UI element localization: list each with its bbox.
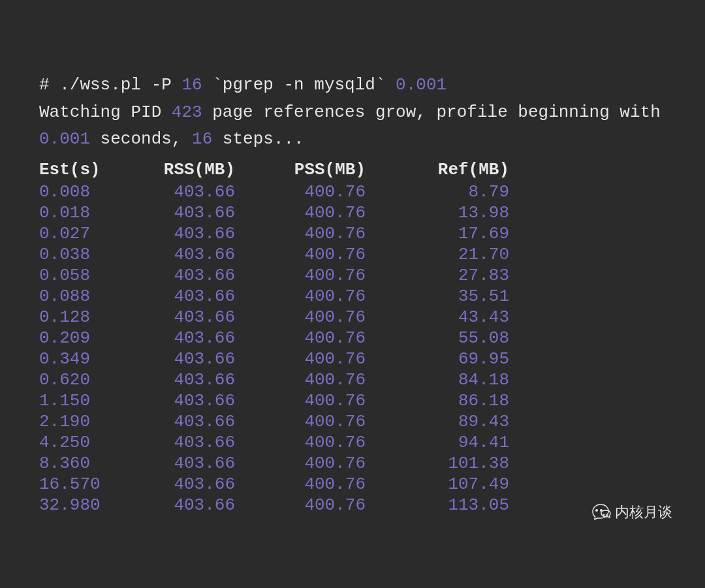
table-header: Est(s) RSS(MB) PSS(MB) Ref(MB) bbox=[39, 160, 666, 179]
cell-est: 0.018 bbox=[39, 203, 144, 223]
cell-rss: 403.66 bbox=[144, 433, 274, 452]
command-line: # ./wss.pl -P 16 `pgrep -n mysqld` 0.001 bbox=[39, 72, 666, 99]
cell-est: 0.209 bbox=[39, 328, 144, 348]
cell-ref: 113.05 bbox=[405, 495, 509, 515]
cell-rss: 403.66 bbox=[144, 224, 274, 243]
table-row: 2.190 403.66 400.76 89.43 bbox=[39, 412, 666, 431]
cell-ref: 35.51 bbox=[405, 286, 509, 306]
table-row: 8.360 403.66 400.76 101.38 bbox=[39, 454, 666, 473]
cell-rss: 403.66 bbox=[144, 349, 274, 369]
table-row: 0.018 403.66 400.76 13.98 bbox=[39, 203, 666, 223]
cell-pss: 400.76 bbox=[274, 433, 405, 452]
watching-pid: 423 bbox=[172, 102, 202, 122]
cell-pss: 400.76 bbox=[274, 474, 405, 494]
cmd-prefix: # ./wss.pl -P bbox=[39, 75, 181, 95]
cell-pss: 400.76 bbox=[274, 245, 405, 264]
cell-ref: 89.43 bbox=[405, 412, 509, 431]
cell-ref: 17.69 bbox=[405, 224, 509, 243]
table-row: 0.058 403.66 400.76 27.83 bbox=[39, 266, 666, 285]
cell-rss: 403.66 bbox=[144, 328, 274, 348]
cell-rss: 403.66 bbox=[144, 286, 274, 306]
table-row: 0.620 403.66 400.76 84.18 bbox=[39, 370, 666, 390]
table-row: 16.570 403.66 400.76 107.49 bbox=[39, 474, 666, 494]
cmd-interval: 0.001 bbox=[396, 75, 446, 95]
cell-est: 0.027 bbox=[39, 224, 144, 243]
cell-rss: 403.66 bbox=[144, 412, 274, 431]
cell-pss: 400.76 bbox=[274, 495, 405, 515]
cell-rss: 403.66 bbox=[144, 266, 274, 285]
svg-point-3 bbox=[606, 514, 608, 516]
table-row: 0.128 403.66 400.76 43.43 bbox=[39, 307, 666, 327]
cell-ref: 8.79 bbox=[405, 182, 509, 202]
param-interval: 0.001 bbox=[39, 129, 90, 149]
cmd-middle: `pgrep -n mysqld` bbox=[202, 75, 396, 95]
cell-pss: 400.76 bbox=[274, 203, 405, 223]
cell-rss: 403.66 bbox=[144, 370, 274, 390]
params-line: 0.001 seconds, 16 steps... bbox=[39, 126, 666, 153]
cell-rss: 403.66 bbox=[144, 474, 274, 494]
table-row: 0.027 403.66 400.76 17.69 bbox=[39, 224, 666, 243]
cell-pss: 400.76 bbox=[274, 412, 405, 431]
cell-pss: 400.76 bbox=[274, 328, 405, 348]
cell-ref: 43.43 bbox=[405, 307, 509, 327]
cell-rss: 403.66 bbox=[144, 203, 274, 223]
cell-ref: 86.18 bbox=[405, 391, 509, 410]
cell-est: 2.190 bbox=[39, 412, 144, 431]
cell-est: 32.980 bbox=[39, 495, 144, 515]
cell-ref: 21.70 bbox=[405, 245, 509, 264]
table-row: 4.250 403.66 400.76 94.41 bbox=[39, 433, 666, 452]
cell-est: 16.570 bbox=[39, 474, 144, 494]
cell-ref: 94.41 bbox=[405, 433, 509, 452]
cell-pss: 400.76 bbox=[274, 182, 405, 202]
table-row: 0.038 403.66 400.76 21.70 bbox=[39, 245, 666, 264]
cell-ref: 13.98 bbox=[405, 203, 509, 223]
cell-est: 8.360 bbox=[39, 454, 144, 473]
param-steps: 16 bbox=[192, 129, 212, 149]
terminal-window: # ./wss.pl -P 16 `pgrep -n mysqld` 0.001… bbox=[13, 52, 692, 536]
cell-rss: 403.66 bbox=[144, 495, 274, 515]
cell-ref: 107.49 bbox=[405, 474, 509, 494]
cell-est: 0.349 bbox=[39, 349, 144, 369]
table-row: 0.209 403.66 400.76 55.08 bbox=[39, 328, 666, 348]
watermark-text: 内核月谈 bbox=[615, 503, 672, 522]
cell-pss: 400.76 bbox=[274, 286, 405, 306]
cell-est: 1.150 bbox=[39, 391, 144, 410]
header-pss: PSS(MB) bbox=[274, 160, 405, 179]
cmd-p-value: 16 bbox=[181, 75, 202, 95]
cell-pss: 400.76 bbox=[274, 224, 405, 243]
cell-pss: 400.76 bbox=[274, 454, 405, 473]
cell-ref: 84.18 bbox=[405, 370, 509, 390]
cell-rss: 403.66 bbox=[144, 391, 274, 410]
cell-rss: 403.66 bbox=[144, 307, 274, 327]
table-body: 0.008 403.66 400.76 8.79 0.018 403.66 40… bbox=[39, 182, 666, 515]
cell-pss: 400.76 bbox=[274, 266, 405, 285]
cell-pss: 400.76 bbox=[274, 307, 405, 327]
watching-line: Watching PID 423 page references grow, p… bbox=[39, 99, 666, 127]
cell-ref: 69.95 bbox=[405, 349, 509, 369]
cell-rss: 403.66 bbox=[144, 245, 274, 264]
cell-pss: 400.76 bbox=[274, 391, 405, 410]
watermark: 内核月谈 bbox=[590, 502, 672, 523]
cell-est: 0.128 bbox=[39, 307, 144, 327]
cell-ref: 101.38 bbox=[405, 454, 509, 473]
cell-est: 0.038 bbox=[39, 245, 144, 264]
param-steps-suffix: steps... bbox=[212, 129, 304, 149]
header-rss: RSS(MB) bbox=[144, 160, 274, 179]
cell-ref: 55.08 bbox=[405, 328, 509, 348]
table-row: 0.349 403.66 400.76 69.95 bbox=[39, 349, 666, 369]
wechat-icon bbox=[590, 502, 611, 523]
header-ref: Ref(MB) bbox=[405, 160, 509, 179]
watching-middle: page references grow, profile beginning … bbox=[202, 102, 661, 122]
table-row: 1.150 403.66 400.76 86.18 bbox=[39, 391, 666, 410]
cell-pss: 400.76 bbox=[274, 370, 405, 390]
cell-rss: 403.66 bbox=[144, 182, 274, 202]
param-suffix: seconds, bbox=[90, 129, 192, 149]
table-row: 0.008 403.66 400.76 8.79 bbox=[39, 182, 666, 202]
svg-point-0 bbox=[595, 509, 598, 512]
cell-est: 0.620 bbox=[39, 370, 144, 390]
header-est: Est(s) bbox=[39, 160, 144, 179]
cell-ref: 27.83 bbox=[405, 266, 509, 285]
cell-est: 0.008 bbox=[39, 182, 144, 202]
watching-prefix: Watching PID bbox=[39, 102, 172, 122]
cell-rss: 403.66 bbox=[144, 454, 274, 473]
